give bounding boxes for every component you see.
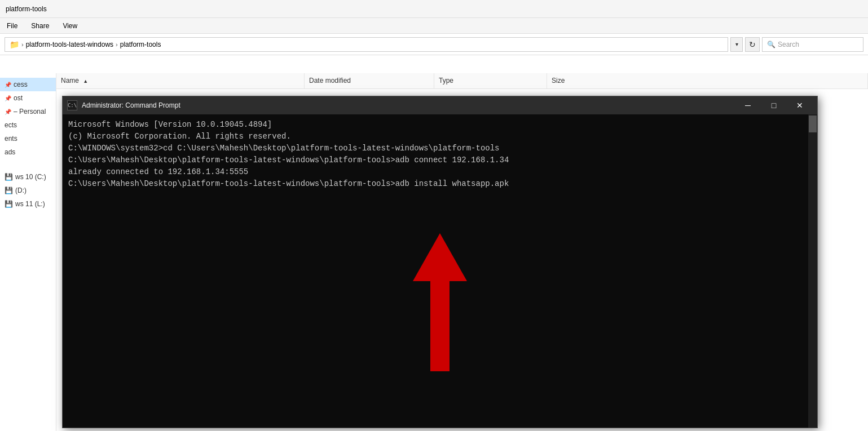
breadcrumb-part-2[interactable]: platform-tools [120,41,161,48]
menu-share[interactable]: Share [29,21,51,31]
cmd-titlebar: C:\ Administrator: Command Prompt ─ □ ✕ [63,96,817,114]
red-arrow-annotation [413,233,467,371]
cmd-content[interactable]: Microsoft Windows [Version 10.0.19045.48… [63,114,817,428]
drive-icon-c: 💾 [5,173,13,181]
file-list-header: Name ▲ Date modified Type Size [56,73,868,89]
sidebar-item-l-drive[interactable]: 💾 ws 11 (L:) [0,197,56,211]
cmd-minimize-button[interactable]: ─ [735,96,761,114]
breadcrumb[interactable]: 📁 › platform-tools-latest-windows › plat… [5,37,728,52]
cmd-maximize-button[interactable]: □ [761,96,787,114]
cmd-line-7: already connected to 192.168.1.34:5555 [68,166,812,178]
window-title: platform-tools [6,5,47,13]
sidebar-item-label-personal: – Personal [14,108,46,115]
sidebar-item-cess[interactable]: 📌 cess [0,78,56,91]
col-name[interactable]: Name ▲ [56,73,305,88]
cmd-window-title: Administrator: Command Prompt [82,101,730,109]
cmd-line-1: Microsoft Windows [Version 10.0.19045.48… [68,119,812,131]
sidebar-item-label-d: (D:) [15,186,27,194]
sidebar-item-label: cess [14,81,28,88]
sidebar-item-label-ents: ents [5,135,17,143]
sidebar-item-label-l: ws 11 (L:) [15,200,45,208]
title-bar: platform-tools [0,0,868,18]
sidebar-item-label-c: ws 10 (C:) [15,173,46,181]
menu-file[interactable]: File [5,21,20,31]
arrow-shaft [430,281,450,371]
sidebar-pin-icon-2: 📌 [5,95,11,101]
cmd-scroll-thumb[interactable] [809,115,817,132]
cmd-close-button[interactable]: ✕ [787,96,813,114]
sidebar-item-personal[interactable]: 📌 – Personal [0,105,56,118]
sidebar-item-ents[interactable]: ents [0,132,56,145]
col-size-label: Size [552,77,565,85]
cmd-window: C:\ Administrator: Command Prompt ─ □ ✕ … [62,96,818,428]
drive-icon-d: 💾 [5,186,13,194]
folder-icon: 📁 [10,40,19,49]
col-date-label: Date modified [309,77,351,85]
sidebar-item-ects[interactable]: ects [0,118,56,132]
address-bar: 📁 › platform-tools-latest-windows › plat… [0,34,868,55]
col-date[interactable]: Date modified [305,73,434,88]
sidebar-item-ads[interactable]: ads [0,145,56,159]
cmd-scrollbar[interactable] [808,114,817,428]
sidebar-pin-icon: 📌 [5,82,11,88]
cmd-controls: ─ □ ✕ [735,96,813,114]
search-icon: 🔍 [767,41,776,48]
cmd-app-icon: C:\ [67,100,77,110]
sidebar-item-label-ects: ects [5,121,17,129]
col-type-label: Type [439,77,453,85]
col-size[interactable]: Size [547,73,868,88]
sidebar-item-ost[interactable]: 📌 ost [0,91,56,105]
cmd-line-2: (c) Microsoft Corporation. All rights re… [68,131,812,143]
search-placeholder: Search [778,41,799,48]
col-type[interactable]: Type [434,73,547,88]
sidebar-item-label-ost: ost [14,94,23,102]
sidebar-item-c-drive[interactable]: 💾 ws 10 (C:) [0,170,56,184]
breadcrumb-sep-1: › [21,41,24,48]
arrow-head [413,233,467,281]
col-name-label: Name [61,77,79,85]
sidebar-item-label-ads: ads [5,148,15,156]
sidebar-pin-icon-3: 📌 [5,109,11,115]
cmd-line-4: C:\WINDOWS\system32>cd C:\Users\Mahesh\D… [68,143,812,154]
menu-view[interactable]: View [60,21,80,31]
address-dropdown-button[interactable]: ▾ [730,37,743,52]
cmd-line-6: C:\Users\Mahesh\Desktop\platform-tools-l… [68,154,812,166]
cmd-line-9: C:\Users\Mahesh\Desktop\platform-tools-l… [68,178,812,190]
sidebar: 📌 cess 📌 ost 📌 – Personal ects ents ads … [0,73,56,431]
breadcrumb-part-1[interactable]: platform-tools-latest-windows [26,41,113,48]
sidebar-item-d-drive[interactable]: 💾 (D:) [0,184,56,197]
drive-icon-l: 💾 [5,200,13,208]
explorer-window: platform-tools File Share View 📁 › platf… [0,0,868,431]
sort-icon: ▲ [83,78,88,84]
search-box[interactable]: 🔍 Search [762,37,863,52]
menu-bar: File Share View [0,18,868,34]
refresh-button[interactable]: ↻ [745,37,760,52]
breadcrumb-sep-2: › [116,41,118,48]
